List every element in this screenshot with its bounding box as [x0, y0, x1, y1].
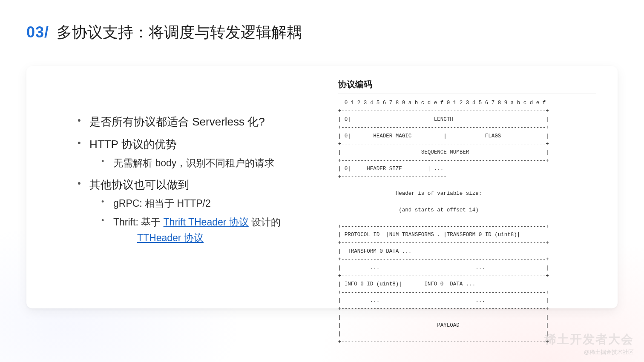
- watermark-sub: @稀土掘金技术社区: [544, 348, 634, 356]
- sub-text: 设计的: [249, 217, 281, 228]
- bullet-text: 是否所有协议都适合 Serverless 化?: [89, 115, 265, 128]
- bullet-list: 是否所有协议都适合 Serverless 化? HTTP 协议的优势 无需解析 …: [78, 113, 325, 246]
- protocol-ascii-diagram: 0 1 2 3 4 5 6 7 8 9 a b c d e f 0 1 2 3 …: [338, 99, 596, 346]
- sub-text: 无需解析 body，识别不同租户的请求: [113, 157, 274, 168]
- watermark: 稀土开发者大会 @稀土掘金技术社区: [544, 331, 634, 356]
- right-column: 协议编码 0 1 2 3 4 5 6 7 8 9 a b c d e f 0 1…: [334, 66, 618, 308]
- bullet-item: HTTP 协议的优势 无需解析 body，识别不同租户的请求: [78, 135, 325, 171]
- sub-text-continuation: TTHeader 协议: [113, 230, 325, 246]
- sub-item: Thrift: 基于 Thrift THeader 协议 设计的 TTHeade…: [89, 214, 325, 247]
- left-column: 是否所有协议都适合 Serverless 化? HTTP 协议的优势 无需解析 …: [26, 66, 334, 308]
- sub-text: Thrift: 基于: [113, 217, 164, 228]
- bullet-text: 其他协议也可以做到: [89, 178, 189, 191]
- sub-text: gRPC: 相当于 HTTP/2: [113, 198, 211, 209]
- bullet-text: HTTP 协议的优势: [89, 138, 177, 151]
- encoding-title: 协议编码: [338, 79, 596, 94]
- section-number: 03/: [26, 23, 49, 41]
- watermark-main: 稀土开发者大会: [544, 331, 634, 348]
- sub-list: 无需解析 body，识别不同租户的请求: [89, 155, 325, 171]
- ttheader-link[interactable]: TTHeader 协议: [137, 232, 204, 243]
- slide-title: 多协议支持：将调度与转发逻辑解耦: [57, 22, 302, 43]
- bullet-item: 其他协议也可以做到 gRPC: 相当于 HTTP/2 Thrift: 基于 Th…: [78, 176, 325, 247]
- content-card: 是否所有协议都适合 Serverless 化? HTTP 协议的优势 无需解析 …: [26, 66, 618, 308]
- slide: 03/ 多协议支持：将调度与转发逻辑解耦 是否所有协议都适合 Serverles…: [0, 0, 644, 362]
- bullet-item: 是否所有协议都适合 Serverless 化?: [78, 113, 325, 131]
- theader-link[interactable]: Thrift THeader 协议: [164, 217, 249, 228]
- sub-list: gRPC: 相当于 HTTP/2 Thrift: 基于 Thrift THead…: [89, 196, 325, 247]
- sub-item: 无需解析 body，识别不同租户的请求: [89, 155, 325, 171]
- slide-title-row: 03/ 多协议支持：将调度与转发逻辑解耦: [26, 22, 302, 43]
- sub-item: gRPC: 相当于 HTTP/2: [89, 196, 325, 212]
